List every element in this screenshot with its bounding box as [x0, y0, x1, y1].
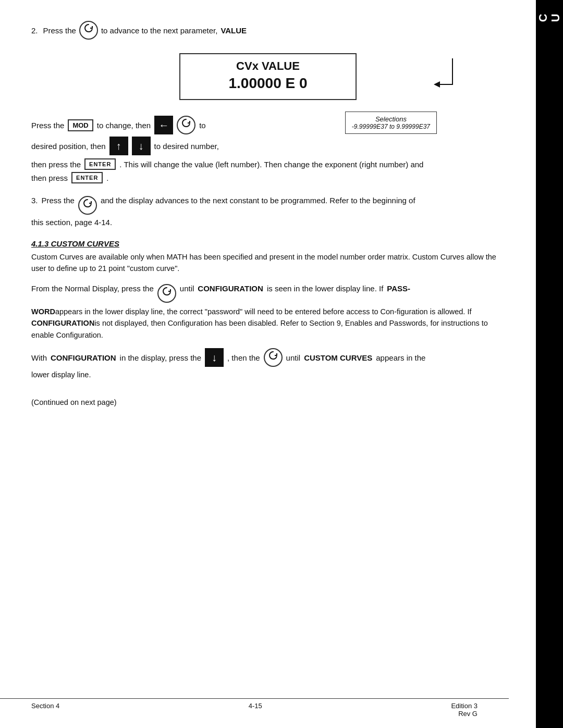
cvx-display-box: CVx VALUE 1.00000 E 0 [179, 53, 357, 100]
step3-mid-text: and the display advances to the next con… [101, 196, 415, 205]
press-mod-text3: to [199, 121, 206, 130]
from-normal-p2c: is not displayed, then Configuration has… [31, 319, 488, 339]
step3-number: 3. [31, 196, 38, 205]
section-heading-413: 4.1.3 CUSTOM CURVES [31, 239, 505, 248]
box-title: CVx VALUE [191, 59, 345, 73]
step2-bold: VALUE [221, 26, 247, 35]
from-normal-bold3: CONFIGURATION [31, 319, 94, 327]
from-normal-mid: until [180, 284, 194, 293]
step3-pre-text: Press the [42, 196, 75, 205]
main-content: 2. Press the to advance to the next para… [0, 0, 536, 728]
step2-number: 2. [31, 26, 38, 35]
step2-pre-text: Press the [43, 26, 76, 35]
lower-display-line: lower display line. [31, 369, 505, 380]
from-normal-p2b: appears in the lower display line, the c… [55, 307, 472, 316]
then-press-enter-line: then press the ENTER . This will change … [31, 158, 505, 170]
selections-box: Selections -9.99999E37 to 9.99999E37 [345, 112, 437, 134]
corner-arrow-svg [426, 56, 458, 97]
with-config-line: With CONFIGURATION in the display, press… [31, 348, 505, 367]
desired-position-line: desired position, then ↑ ↓ to desired nu… [31, 137, 505, 155]
to-desired-number-text: to desired number, [154, 142, 219, 151]
enter-button-2[interactable]: ENTER [71, 172, 103, 183]
from-normal-bold1: CONFIGURATION [198, 284, 263, 293]
from-normal-pre: From the Normal Display, press the [31, 284, 154, 293]
press-mod-text1: Press the [31, 121, 64, 130]
from-normal-bold2: PASS- [387, 284, 410, 293]
right-sidebar: C O S T A N T S & C U S T O M C U R V E … [536, 0, 563, 728]
up-arrow-button[interactable]: ↑ [109, 137, 128, 155]
page: 2. Press the to advance to the next para… [0, 0, 563, 728]
step2-line: 2. Press the to advance to the next para… [31, 21, 505, 40]
selections-label: Selections [352, 115, 430, 123]
period-text: . [106, 174, 108, 182]
left-arrow-button[interactable]: ← [154, 116, 173, 134]
with-config-mid3: until [286, 353, 301, 362]
with-config-post: appears in the [376, 353, 425, 362]
step3-post-text: this section, page 4-14. [31, 218, 112, 227]
corner-arrow-area [426, 43, 458, 110]
then-press-enter-text: then press the [31, 160, 81, 169]
desired-position-text: desired position, then [31, 142, 106, 151]
enter-button-1[interactable]: ENTER [84, 158, 116, 170]
cycle-button-3[interactable] [78, 196, 97, 215]
cycle-button-2[interactable] [177, 116, 195, 134]
display-center: CVx VALUE 1.00000 E 0 [31, 43, 505, 110]
cycle-button-1[interactable] [79, 21, 98, 40]
step3-line: 3. Press the and the display advances to… [31, 196, 505, 215]
footer-section: Section 4 [31, 702, 59, 718]
footer: Section 4 4-15 Edition 3 Rev G [0, 698, 509, 718]
footer-rev: Rev G [451, 710, 478, 718]
from-normal-mid2: is seen in the lower display line. If [267, 284, 383, 293]
with-config-bold2: CUSTOM CURVES [304, 353, 372, 362]
mod-button[interactable]: MOD [68, 119, 93, 131]
cycle-button-5[interactable] [264, 348, 283, 367]
with-config-mid: in the display, press the [120, 353, 201, 362]
footer-page-number: 4-15 [249, 702, 262, 718]
press-mod-text2: to change, then [97, 121, 151, 130]
mod-line: Press the MOD to change, then ← to Selec… [31, 116, 505, 134]
cycle-button-4[interactable] [157, 284, 176, 303]
with-config-pre: With [31, 353, 47, 362]
custom-curves-p1: Custom Curves are available only when MA… [31, 251, 505, 275]
then-press-line2: then press ENTER . [31, 172, 505, 183]
step3-post-line: this section, page 4-14. [31, 218, 505, 227]
with-config-mid2: , then the [227, 353, 260, 362]
step2-post-text: to advance to the next parameter, [101, 26, 217, 35]
down-arrow-button-2[interactable]: ↓ [205, 348, 224, 367]
display-area: CVx VALUE 1.00000 E 0 [31, 43, 505, 110]
with-config-bold: CONFIGURATION [51, 353, 116, 362]
box-value: 1.00000 E 0 [191, 75, 345, 92]
from-normal-line: From the Normal Display, press the until… [31, 284, 505, 303]
then-press-text2: then press [31, 174, 68, 182]
from-normal-p2a-bold: WORD [31, 307, 55, 316]
continued-text: (Continued on next page) [31, 397, 505, 408]
from-normal-p2: WORDappears in the lower display line, t… [31, 306, 505, 341]
down-arrow-button[interactable]: ↓ [132, 137, 151, 155]
sidebar-text: C O S T A N T S & C U S T O M C U R V E … [398, 10, 563, 22]
enter-explanation-text: . This will change the value (left numbe… [119, 160, 423, 169]
selections-range: -9.99999E37 to 9.99999E37 [352, 123, 430, 130]
footer-right: Edition 3 Rev G [451, 702, 478, 718]
footer-edition: Edition 3 [451, 702, 478, 710]
